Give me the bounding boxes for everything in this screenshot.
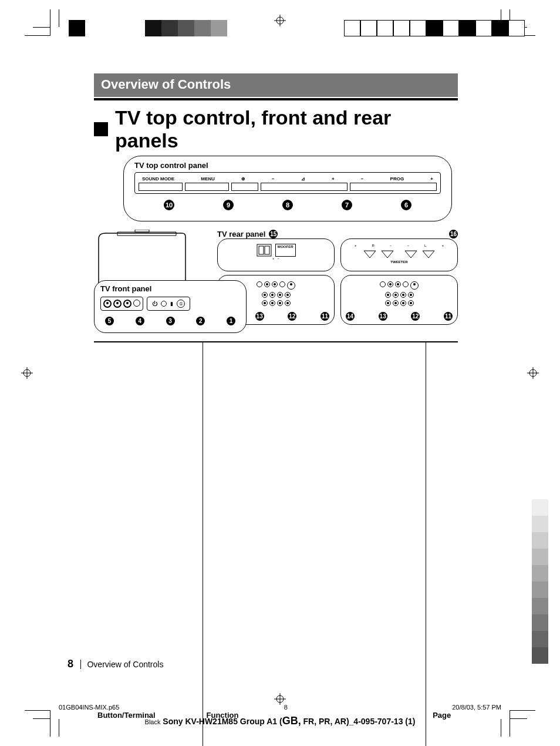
crop-mark bbox=[50, 711, 50, 737]
top-control-panel-diagram: TV top control panel SOUND MODE MENU ⊕ −… bbox=[123, 156, 452, 221]
calibration-strip-left bbox=[145, 20, 227, 36]
calibration-strip-side bbox=[532, 499, 548, 664]
col-page: Page bbox=[426, 342, 458, 746]
callout-1: 1 bbox=[227, 317, 235, 325]
label-input-symbol: ⊕ bbox=[241, 176, 245, 182]
callout-11: 11 bbox=[321, 312, 329, 321]
callout-2: 2 bbox=[196, 317, 205, 325]
callout-14b: 14 bbox=[346, 312, 355, 321]
crop-mark bbox=[25, 710, 50, 711]
print-center-page: 8 bbox=[284, 704, 288, 711]
callout-7: 7 bbox=[342, 200, 352, 210]
print-timestamp: 20/8/03, 5:57 PM bbox=[452, 704, 501, 711]
crop-mark bbox=[510, 711, 510, 737]
calibration-strip-right bbox=[344, 20, 525, 36]
page-title-text: TV top control, front and rear panels bbox=[115, 106, 458, 152]
callout-8: 8 bbox=[282, 200, 293, 210]
print-suffix: FR, PR, AR)_4-095-707-13 (1) bbox=[301, 717, 416, 726]
svg-rect-16 bbox=[265, 246, 269, 254]
label-vol-plus: + bbox=[332, 176, 335, 182]
label-prog-minus: − bbox=[361, 176, 364, 182]
rear-inputs-right: 14 13 12 11 bbox=[340, 275, 458, 325]
print-gb: GB, bbox=[282, 715, 301, 727]
callout-16: 16 bbox=[449, 230, 458, 238]
front-panel-diagram: TV front panel ⏻ ▮ ① bbox=[94, 280, 247, 333]
crop-mark bbox=[59, 9, 59, 27]
callout-6: 6 bbox=[401, 200, 411, 210]
controls-table: Button/Terminal Function Page 1Turn off … bbox=[94, 341, 458, 746]
callout-15: 15 bbox=[269, 230, 278, 238]
tweeter-polarity: +R− −L+ bbox=[347, 244, 451, 247]
footer-page-number: 8 Overview of Controls bbox=[68, 658, 163, 670]
col-function: Function bbox=[203, 342, 426, 746]
registration-mark-right bbox=[527, 367, 539, 379]
crop-mark bbox=[50, 9, 50, 35]
crop-mark bbox=[510, 718, 527, 719]
callout-3: 3 bbox=[166, 317, 175, 325]
label-prog: PROG bbox=[390, 176, 404, 182]
callout-4: 4 bbox=[136, 317, 144, 325]
callout-9: 9 bbox=[223, 200, 234, 210]
tweeter-terminals-icon bbox=[361, 248, 437, 260]
content-column: Overview of Controls TV top control, fro… bbox=[94, 73, 458, 746]
callout-10: 10 bbox=[164, 200, 174, 210]
page-caption: Overview of Controls bbox=[80, 660, 163, 669]
print-filename: 01GB04INS-MIX.p65 bbox=[59, 704, 119, 711]
callout-12: 12 bbox=[288, 312, 296, 321]
svg-rect-12 bbox=[135, 230, 149, 232]
rear-panel-tweeter: +R− −L+ TWEETER bbox=[340, 238, 458, 271]
calibration-block bbox=[69, 20, 85, 36]
svg-rect-15 bbox=[259, 246, 264, 254]
print-color: Black bbox=[145, 718, 161, 725]
rear-panel-woofer: WOOFER + − bbox=[217, 238, 335, 271]
section-header: Overview of Controls bbox=[94, 73, 458, 97]
print-model-name: Sony KV-HW21M85 Group A1 ( bbox=[163, 717, 282, 726]
registration-mark-top bbox=[274, 15, 286, 26]
top-panel-button-labels: SOUND MODE MENU ⊕ − ⊿ + − PROG + bbox=[139, 176, 437, 182]
crop-mark bbox=[33, 718, 50, 719]
label-vol-minus: − bbox=[272, 176, 275, 182]
crop-mark bbox=[25, 35, 50, 36]
crop-mark bbox=[33, 27, 50, 28]
callout-12b: 12 bbox=[411, 312, 420, 321]
callout-11b: 11 bbox=[444, 312, 453, 321]
top-panel-buttons bbox=[139, 183, 437, 191]
crop-mark bbox=[510, 710, 535, 711]
top-panel-callouts: 10 9 8 7 6 bbox=[134, 200, 441, 210]
table-header-row: Button/Terminal Function Page bbox=[94, 342, 458, 746]
terminal-icon bbox=[257, 244, 272, 257]
rear-panels: TV rear panel 15 16 WOOFER + − bbox=[217, 230, 458, 325]
top-panel-label: TV top control panel bbox=[134, 161, 441, 170]
rear-panel-label: TV rear panel bbox=[217, 230, 265, 238]
callout-5: 5 bbox=[105, 317, 114, 325]
top-panel-outline: SOUND MODE MENU ⊕ − ⊿ + − PROG + bbox=[134, 172, 441, 194]
label-menu: MENU bbox=[201, 176, 215, 182]
callout-13: 13 bbox=[255, 312, 264, 321]
registration-mark-left bbox=[21, 367, 33, 379]
polarity-label: + − bbox=[224, 257, 328, 260]
section-rule bbox=[94, 98, 458, 100]
print-metadata-row: 01GB04INS-MIX.p65 8 20/8/03, 5:57 PM bbox=[59, 704, 501, 711]
woofer-label: WOOFER bbox=[275, 244, 296, 257]
title-bullet bbox=[94, 122, 108, 136]
page-number: 8 bbox=[68, 658, 73, 670]
label-prog-plus: + bbox=[430, 176, 433, 182]
print-model-line: Black Sony KV-HW21M85 Group A1 (GB, FR, … bbox=[59, 715, 501, 727]
col-button-terminal: Button/Terminal bbox=[94, 342, 203, 746]
label-vol-icon: ⊿ bbox=[301, 176, 305, 182]
label-sound-mode: SOUND MODE bbox=[142, 176, 174, 182]
tweeter-label: TWEETER bbox=[347, 260, 451, 264]
front-panel-label: TV front panel bbox=[100, 284, 240, 293]
callout-13b: 13 bbox=[379, 312, 387, 321]
page-title: TV top control, front and rear panels bbox=[94, 106, 458, 152]
